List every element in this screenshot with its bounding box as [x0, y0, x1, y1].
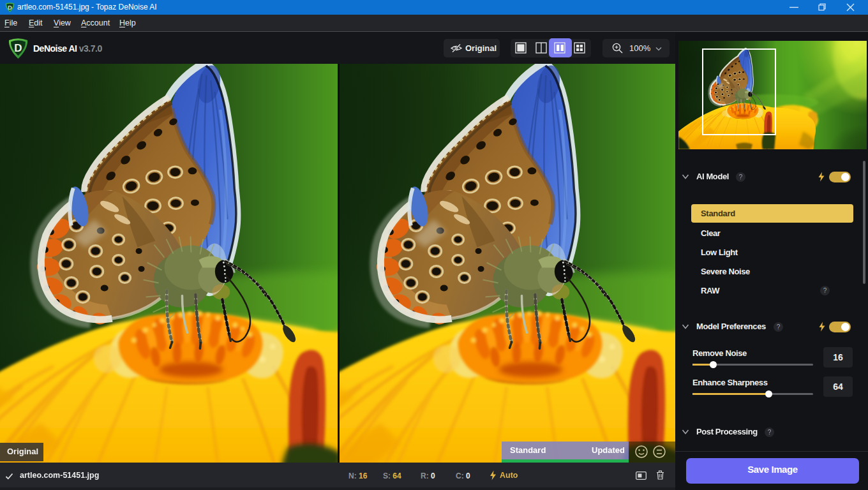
svg-text:D: D	[8, 4, 12, 11]
svg-text:D: D	[14, 42, 22, 54]
